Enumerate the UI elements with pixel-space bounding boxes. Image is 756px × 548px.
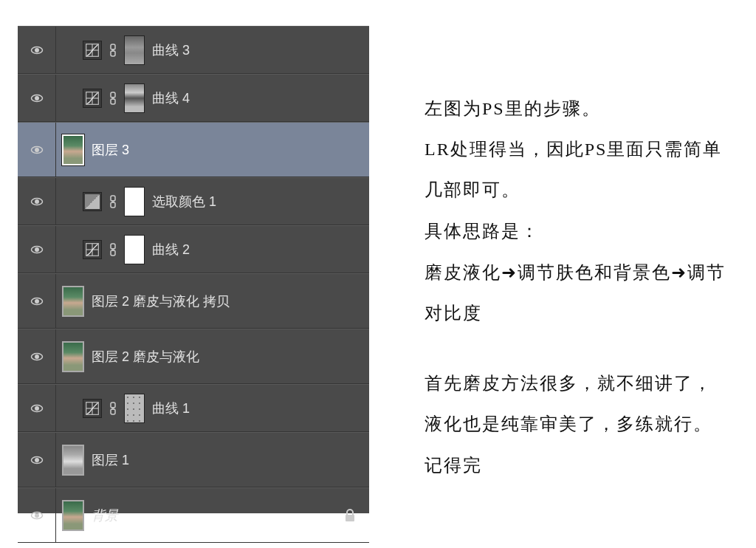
layer-row[interactable]: 图层 3 [18,122,369,177]
eye-icon [30,350,44,363]
layer-content: 图层 2 磨皮与液化 [56,329,199,383]
eye-icon [30,243,44,256]
layer-row[interactable]: 选取颜色 1 [18,177,369,225]
layer-mask-thumb[interactable] [124,394,145,423]
link-icon [106,399,120,418]
visibility-toggle[interactable] [18,488,56,542]
layer-row[interactable]: 曲线 2 [18,225,369,273]
svg-point-46 [35,513,38,517]
eye-icon [30,295,44,308]
layer-content: 曲线 4 [56,75,190,121]
layer-name[interactable]: 图层 1 [92,451,129,469]
visibility-toggle[interactable] [18,123,56,177]
eye-icon [30,509,44,522]
svg-rect-20 [111,196,115,201]
visibility-toggle[interactable] [18,385,56,431]
layer-name[interactable]: 选取颜色 1 [152,193,216,210]
svg-rect-28 [111,244,115,249]
link-icon [106,41,120,60]
layer-content: 曲线 2 [56,226,190,273]
svg-rect-47 [346,515,354,521]
layer-thumbnail[interactable] [62,286,84,317]
curves-adjustment-icon [83,89,102,108]
article-text: 左图为PS里的步骤。 LR处理得当，因此PS里面只需简单几部即可。 具体思路是：… [425,89,727,486]
layer-name[interactable]: 背景 [92,507,118,524]
layer-name[interactable]: 曲线 4 [152,89,190,107]
layer-mask-thumb[interactable] [124,187,145,216]
layer-row[interactable]: 图层 1 [18,432,369,487]
lock-icon [344,509,356,522]
layer-row[interactable]: 背景 [18,487,369,543]
layer-content: 图层 3 [56,123,129,177]
article-p2: LR处理得当，因此PS里面只需简单几部即可。 [425,129,727,210]
layer-thumbnail[interactable] [62,500,84,531]
layer-row[interactable]: 曲线 3 [18,26,369,74]
article-p3: 具体思路是： [425,211,727,252]
layer-content: 图层 1 [56,433,129,487]
svg-point-44 [35,458,38,462]
svg-point-36 [35,406,38,410]
curves-adjustment-icon [83,240,102,259]
eye-icon [30,453,44,467]
eye-icon [30,92,44,105]
article-p5: 首先磨皮方法很多，就不细讲了，液化也是纯靠审美了，多练就行。记得完 [425,363,727,486]
layer-name[interactable]: 曲线 2 [152,241,190,258]
workflow-step-2: 调节肤色和背景色 [518,263,671,282]
layer-content: 选取颜色 1 [56,178,216,225]
curves-adjustment-icon [83,41,102,60]
eye-icon [30,143,44,157]
layer-thumbnail[interactable] [62,341,84,372]
visibility-toggle[interactable] [18,226,56,273]
visibility-toggle[interactable] [18,75,56,121]
svg-point-19 [35,199,38,203]
layer-thumbnail[interactable] [62,445,84,476]
layer-content: 图层 2 磨皮与液化 拷贝 [56,274,230,328]
article-p1: 左图为PS里的步骤。 [425,89,727,129]
svg-rect-29 [111,250,115,256]
svg-rect-5 [111,44,115,49]
layer-content: 背景 [56,488,118,542]
eye-icon [30,44,44,57]
layer-name[interactable]: 图层 3 [92,141,129,159]
svg-rect-40 [111,403,115,408]
link-icon [106,240,120,259]
svg-point-1 [35,48,38,52]
link-icon [106,89,120,108]
svg-rect-6 [111,51,115,56]
eye-icon [30,195,44,208]
svg-point-9 [35,96,38,100]
article-p4: 磨皮液化➜调节肤色和背景色➜调节对比度 [425,252,727,334]
visibility-toggle[interactable] [18,433,56,487]
layer-row[interactable]: 曲线 1 [18,384,369,432]
layer-name[interactable]: 曲线 1 [152,400,190,417]
visibility-toggle[interactable] [18,27,56,73]
svg-rect-41 [111,409,115,414]
visibility-toggle[interactable] [18,178,56,225]
layer-mask-thumb[interactable] [124,35,145,65]
svg-rect-21 [111,202,115,208]
eye-icon [30,402,44,415]
svg-point-17 [35,148,38,151]
selective-color-icon [83,192,102,211]
layer-name[interactable]: 曲线 3 [152,41,190,59]
svg-point-24 [35,247,38,251]
layer-row[interactable]: 曲线 4 [18,74,369,122]
visibility-toggle[interactable] [18,329,56,383]
svg-rect-13 [111,92,115,97]
svg-point-32 [35,299,38,303]
layer-content: 曲线 1 [56,385,190,431]
layer-thumbnail[interactable] [62,134,84,165]
layers-panel: 曲线 3曲线 4图层 3选取颜色 1曲线 2图层 2 磨皮与液化 拷贝图层 2 … [18,26,369,513]
arrow-icon: ➜ [671,262,687,282]
layer-mask-thumb[interactable] [124,235,145,264]
layer-mask-thumb[interactable] [124,83,145,113]
layer-name[interactable]: 图层 2 磨皮与液化 拷贝 [92,292,230,310]
curves-adjustment-icon [83,399,102,418]
layer-row[interactable]: 图层 2 磨皮与液化 [18,329,369,384]
svg-rect-14 [111,99,115,104]
layer-row[interactable]: 图层 2 磨皮与液化 拷贝 [18,273,369,329]
layer-content: 曲线 3 [56,27,190,73]
visibility-toggle[interactable] [18,274,56,328]
workflow-step-1: 磨皮液化 [425,263,501,282]
layer-name[interactable]: 图层 2 磨皮与液化 [92,348,199,366]
